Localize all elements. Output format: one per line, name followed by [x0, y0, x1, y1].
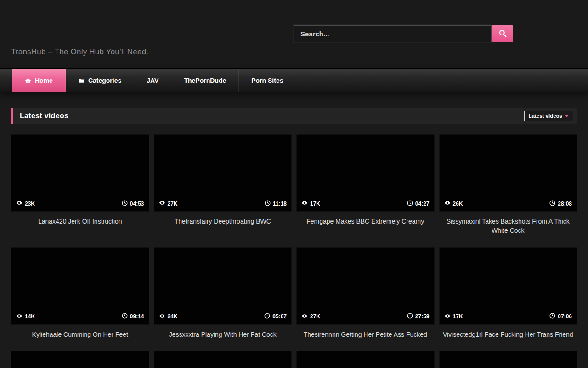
video-title[interactable]: Thesirennnn Getting Her Petite Ass Fucke…: [296, 330, 435, 339]
video-duration: 09:14: [122, 313, 144, 320]
section-title: Latest videos: [20, 112, 68, 120]
clock-icon: [549, 313, 555, 320]
video-duration: 28:08: [549, 200, 572, 207]
video-thumbnail[interactable]: 23K 04:53: [11, 134, 149, 212]
clock-icon: [122, 200, 128, 207]
nav-item-label: Categories: [88, 77, 121, 84]
video-card[interactable]: 27K 27:59 Thesirennnn Getting Her Petite…: [296, 247, 435, 339]
video-thumbnail[interactable]: [154, 351, 292, 368]
video-card[interactable]: 14K 09:14 Kyliehaale Cumming On Her Feet: [11, 247, 149, 339]
video-title[interactable]: Kyliehaale Cumming On Her Feet: [11, 330, 149, 339]
video-duration: 27:59: [407, 313, 430, 320]
nav-item-label: ThePornDude: [184, 77, 226, 84]
nav-item-porn-sites[interactable]: Porn Sites: [239, 69, 296, 92]
video-card[interactable]: [154, 351, 292, 368]
search-bar: [294, 25, 513, 42]
video-stats: 24K 05:07: [159, 313, 287, 321]
video-title[interactable]: Sissymaxinl Takes Backshots From A Thick…: [439, 217, 577, 236]
video-thumbnail[interactable]: 27K 27:59: [296, 247, 435, 325]
video-stats: 27K 27:59: [301, 313, 430, 321]
video-views: 14K: [16, 313, 35, 321]
duration-text: 09:14: [130, 313, 144, 320]
eye-icon: [16, 313, 23, 321]
clock-icon: [265, 200, 271, 207]
video-card[interactable]: [439, 351, 577, 368]
video-thumbnail[interactable]: 17K 04:27: [296, 134, 435, 212]
video-stats: 17K 04:27: [301, 200, 430, 207]
duration-text: 04:53: [130, 201, 144, 207]
video-title[interactable]: Lanax420 Jerk Off Instruction: [11, 217, 149, 226]
nav-item-categories[interactable]: Categories: [66, 69, 134, 92]
duration-text: 27:59: [415, 313, 430, 320]
video-views: 17K: [301, 200, 320, 207]
views-count: 26K: [453, 201, 463, 207]
home-icon: [25, 77, 31, 84]
eye-icon: [159, 200, 165, 207]
video-card[interactable]: [11, 351, 149, 368]
caret-down-icon: [565, 115, 569, 117]
duration-text: 05:07: [272, 313, 287, 320]
search-button[interactable]: [492, 25, 513, 42]
search-icon: [498, 29, 507, 39]
search-input[interactable]: [294, 25, 492, 42]
eye-icon: [16, 200, 23, 207]
video-thumbnail[interactable]: 26K 28:08: [439, 134, 577, 212]
duration-text: 28:08: [558, 201, 572, 207]
sort-dropdown-button[interactable]: Latest videos: [524, 111, 574, 121]
duration-text: 07:06: [558, 313, 572, 320]
video-card[interactable]: 23K 04:53 Lanax420 Jerk Off Instruction: [11, 134, 149, 236]
clock-icon: [407, 200, 413, 207]
eye-icon: [444, 200, 451, 207]
video-duration: 07:06: [549, 313, 572, 320]
video-title[interactable]: Thetransfairy Deepthroating BWC: [154, 217, 292, 226]
video-views: 26K: [444, 200, 463, 207]
views-count: 17K: [453, 313, 463, 320]
video-duration: 04:53: [122, 200, 144, 207]
video-duration: 11:18: [265, 200, 287, 207]
video-thumbnail[interactable]: 14K 09:14: [11, 247, 149, 325]
video-title[interactable]: Femgape Makes BBC Extremely Creamy: [296, 217, 435, 226]
video-thumbnail[interactable]: 24K 05:07: [154, 247, 292, 325]
video-card[interactable]: 27K 11:18 Thetransfairy Deepthroating BW…: [154, 134, 292, 236]
video-views: 17K: [444, 313, 463, 321]
sort-dropdown-label: Latest videos: [529, 113, 563, 119]
nav-item-label: Porn Sites: [251, 77, 283, 84]
duration-text: 04:27: [415, 201, 430, 207]
eye-icon: [159, 313, 165, 321]
clock-icon: [549, 200, 555, 207]
top-header: TransHub – The Only Hub You’ll Need.: [0, 0, 588, 68]
video-card[interactable]: 24K 05:07 Jessxxxtra Playing With Her Fa…: [154, 247, 292, 339]
folder-icon: [78, 77, 85, 84]
views-count: 14K: [25, 313, 35, 320]
video-thumbnail[interactable]: 27K 11:18: [154, 134, 292, 212]
video-grid: 23K 04:53 Lanax420 Jerk Off Instruction: [11, 134, 577, 368]
video-thumbnail[interactable]: 17K 07:06: [439, 247, 577, 325]
nav-item-label: JAV: [147, 77, 158, 84]
video-views: 23K: [16, 200, 35, 207]
nav-item-theporndude[interactable]: ThePornDude: [171, 69, 239, 92]
eye-icon: [301, 313, 308, 321]
video-stats: 23K 04:53: [16, 200, 144, 207]
section-accent-bar: [11, 108, 13, 124]
video-card[interactable]: [296, 351, 435, 368]
video-title[interactable]: Jessxxxtra Playing With Her Fat Cock: [154, 330, 292, 339]
video-card[interactable]: 26K 28:08 Sissymaxinl Takes Backshots Fr…: [439, 134, 577, 236]
video-thumbnail[interactable]: [11, 351, 149, 368]
video-card[interactable]: 17K 07:06 Vivisectedg1rl Face Fucking He…: [439, 247, 577, 339]
nav-item-home[interactable]: Home: [12, 69, 66, 92]
video-views: 27K: [301, 313, 320, 321]
video-title[interactable]: Vivisectedg1rl Face Fucking Her Trans Fr…: [439, 330, 577, 339]
video-card[interactable]: 17K 04:27 Femgape Makes BBC Extremely Cr…: [296, 134, 435, 236]
duration-text: 11:18: [273, 201, 287, 207]
views-count: 17K: [310, 201, 320, 207]
clock-icon: [407, 313, 413, 320]
video-stats: 26K 28:08: [444, 200, 572, 207]
video-thumbnail[interactable]: [439, 351, 577, 368]
video-thumbnail[interactable]: [296, 351, 435, 368]
eye-icon: [301, 200, 308, 207]
nav-item-label: Home: [35, 77, 53, 84]
views-count: 23K: [25, 201, 35, 207]
section-header: Latest videos Latest videos: [11, 108, 577, 124]
nav-item-jav[interactable]: JAV: [134, 69, 171, 92]
video-views: 27K: [159, 200, 178, 207]
